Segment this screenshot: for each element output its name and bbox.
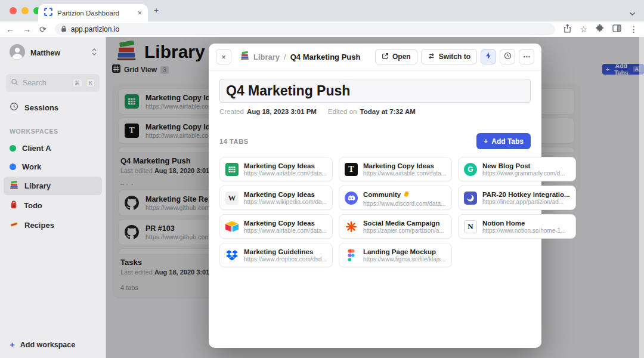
browser-tab-strip: Partizion Dashboard × + xyxy=(0,0,644,21)
sidebar-item-client-a[interactable]: Client A xyxy=(4,140,102,157)
breadcrumb-separator: / xyxy=(284,53,286,61)
created-value: Aug 18, 2023 3:01 PM xyxy=(247,108,317,115)
tab-card[interactable]: G New Blog Post https://www.grammarly.co… xyxy=(458,157,576,181)
workspace-label: Todo xyxy=(24,201,42,210)
switch-to-button[interactable]: Switch to xyxy=(421,49,477,64)
breadcrumb: Library / Q4 Marketing Push xyxy=(240,51,360,62)
tab-title: Marketing Copy Ideas xyxy=(244,220,327,227)
history-button[interactable] xyxy=(500,49,515,64)
sidebar-item-todo[interactable]: Todo xyxy=(4,196,102,215)
plus-icon: + xyxy=(10,340,15,349)
tab-card[interactable]: W Marketing Copy Ideas https://www.wikip… xyxy=(219,186,333,210)
k-key-badge: K xyxy=(86,79,95,88)
tab-card[interactable]: Community https://www.discord.com/data..… xyxy=(339,186,452,210)
breadcrumb-root[interactable]: Library xyxy=(253,53,280,61)
reload-button[interactable]: ⟳ xyxy=(39,25,47,33)
tab-title: Marketing Copy Ideas xyxy=(244,191,327,198)
tab-card[interactable]: T Marketing Copy Ideas https://www.airta… xyxy=(339,157,452,181)
quick-switch-bolt-button[interactable] xyxy=(481,49,496,64)
bookmark-star-icon[interactable]: ☆ xyxy=(580,25,587,33)
side-panel-icon[interactable] xyxy=(612,24,621,35)
tab-url: https://www.airtable.com/data... xyxy=(244,227,327,234)
waving-hand-emoji xyxy=(403,189,410,200)
plus-icon: + xyxy=(484,137,488,146)
forward-button[interactable]: → xyxy=(23,25,31,33)
green-dot-icon xyxy=(10,145,16,152)
lightning-bolt-icon xyxy=(485,52,491,61)
lock-icon xyxy=(61,24,67,35)
tab-card[interactable]: Social Media Campaign https://zapier.com… xyxy=(339,214,452,239)
linear-icon xyxy=(464,192,477,205)
search-input[interactable]: Search ⌘ K xyxy=(6,74,100,92)
tab-url: https://www.notion.so/home-1... xyxy=(482,227,570,234)
address-bar[interactable]: app.partizion.io xyxy=(55,23,556,35)
extensions-puzzle-icon[interactable] xyxy=(596,24,604,35)
add-tabs-label: Add Tabs xyxy=(491,137,524,146)
external-link-icon xyxy=(382,53,389,61)
close-tab-icon[interactable]: × xyxy=(137,8,142,17)
tab-url: https://www.figma.so/file/klajs... xyxy=(363,256,446,263)
tab-title: Marketing Guidelines xyxy=(244,248,327,255)
books-icon xyxy=(240,51,249,62)
account-switcher[interactable]: Matthew xyxy=(0,37,106,68)
workspace-label: Library xyxy=(24,181,51,190)
tab-url: https://www.wikipedia.com/da... xyxy=(244,199,327,205)
tab-card[interactable]: Marketing Copy Ideas https://www.airtabl… xyxy=(219,214,333,239)
minimize-window-button[interactable] xyxy=(21,7,29,14)
back-button[interactable]: ← xyxy=(6,25,14,33)
scrollbar[interactable] xyxy=(639,37,644,358)
tab-url: https://www.airtable.com/data... xyxy=(244,170,327,177)
tab-card[interactable]: N Notion Home https://www.notion.so/home… xyxy=(458,214,576,239)
tab-card[interactable]: Marketing Guidelines https://www.dropbox… xyxy=(219,243,333,267)
search-placeholder: Search xyxy=(23,79,68,87)
history-clock-icon xyxy=(10,102,18,113)
collection-detail-modal: × Library / Q4 Marketing Push Open xyxy=(209,44,541,348)
share-icon[interactable] xyxy=(564,24,571,35)
avatar xyxy=(10,44,25,62)
window-controls xyxy=(10,7,41,14)
breadcrumb-current: Q4 Marketing Push xyxy=(290,53,361,61)
close-modal-button[interactable]: × xyxy=(216,49,231,64)
collection-meta: Created Aug 18, 2023 3:01 PM Edited on T… xyxy=(219,108,531,115)
screen: Partizion Dashboard × + ← → ⟳ app.partiz… xyxy=(0,0,644,358)
tab-card[interactable]: Landing Page Mockup https://www.figma.so… xyxy=(339,243,452,267)
open-button[interactable]: Open xyxy=(375,49,417,64)
edited-value: Today at 7:32 AM xyxy=(360,108,416,115)
tab-search-chevron-icon[interactable] xyxy=(629,8,636,18)
add-workspace-label: Add workspace xyxy=(20,341,75,349)
tab-card[interactable]: PAR-20 Hotkey integratio... https://line… xyxy=(458,186,576,210)
tab-title: Community xyxy=(363,191,401,198)
switch-arrows-icon xyxy=(428,53,435,61)
browser-tab[interactable]: Partizion Dashboard × xyxy=(38,4,148,21)
chevron-up-down-icon xyxy=(91,48,97,58)
more-options-button[interactable]: ⋯ xyxy=(519,49,534,64)
created-label: Created xyxy=(219,108,244,115)
new-tab-button[interactable]: + xyxy=(154,6,159,14)
grammarly-icon: G xyxy=(464,163,477,176)
tab-title: Marketing Copy Ideas xyxy=(363,162,446,169)
figma-icon xyxy=(345,249,358,262)
sidebar-item-sessions[interactable]: Sessions xyxy=(0,97,106,118)
collection-title-input[interactable] xyxy=(219,79,531,103)
edited-label: Edited on xyxy=(328,108,357,115)
workspace-label: Work xyxy=(22,162,41,171)
add-tabs-button[interactable]: + Add Tabs xyxy=(476,133,531,149)
tabs-count-heading: 14 TABS xyxy=(219,138,249,145)
browser-toolbar: ← → ⟳ app.partizion.io ☆ ⋮ xyxy=(0,21,644,37)
user-name: Matthew xyxy=(30,49,86,57)
tab-card[interactable]: Marketing Copy Ideas https://www.airtabl… xyxy=(219,157,333,181)
browser-menu-kebab-icon[interactable]: ⋮ xyxy=(630,25,638,33)
close-window-button[interactable] xyxy=(10,7,17,14)
notion-icon: N xyxy=(464,220,477,233)
tab-url: https://www.discord.com/data... xyxy=(363,200,446,207)
tab-title: Notion Home xyxy=(482,220,570,227)
sidebar-item-work[interactable]: Work xyxy=(4,158,102,175)
workspace-label: Recipes xyxy=(24,221,54,230)
sessions-label: Sessions xyxy=(24,103,58,112)
backpack-icon xyxy=(10,200,18,211)
sidebar-item-recipes[interactable]: Recipes xyxy=(4,216,102,234)
blue-dot-icon xyxy=(10,163,16,170)
add-workspace-button[interactable]: + Add workspace xyxy=(0,335,106,354)
sidebar-item-library[interactable]: Library xyxy=(4,177,102,195)
open-label: Open xyxy=(392,53,411,61)
